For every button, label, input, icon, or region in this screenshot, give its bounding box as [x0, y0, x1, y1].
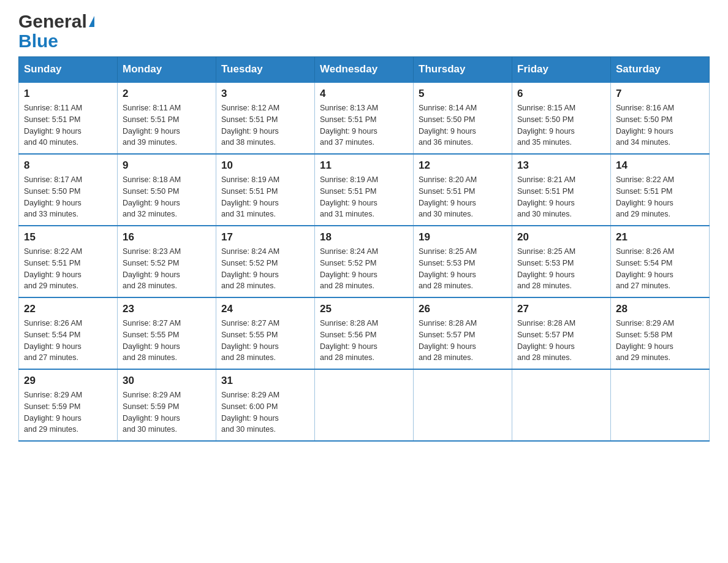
- calendar-week-row: 15 Sunrise: 8:22 AM Sunset: 5:51 PM Dayl…: [19, 226, 710, 297]
- day-info: Sunrise: 8:24 AM Sunset: 5:52 PM Dayligh…: [320, 246, 408, 292]
- table-row: [512, 369, 611, 441]
- table-row: 4 Sunrise: 8:13 AM Sunset: 5:51 PM Dayli…: [315, 82, 414, 154]
- day-number: 17: [221, 231, 309, 243]
- day-info: Sunrise: 8:11 AM Sunset: 5:51 PM Dayligh…: [123, 102, 211, 148]
- table-row: 1 Sunrise: 8:11 AM Sunset: 5:51 PM Dayli…: [19, 82, 118, 154]
- table-row: 26 Sunrise: 8:28 AM Sunset: 5:57 PM Dayl…: [414, 297, 512, 369]
- day-info: Sunrise: 8:27 AM Sunset: 5:55 PM Dayligh…: [221, 318, 309, 364]
- col-monday: Monday: [118, 57, 216, 83]
- day-number: 20: [517, 231, 605, 243]
- table-row: 17 Sunrise: 8:24 AM Sunset: 5:52 PM Dayl…: [216, 226, 315, 297]
- day-number: 7: [616, 88, 704, 100]
- col-friday: Friday: [512, 57, 611, 83]
- day-number: 9: [123, 159, 211, 172]
- day-info: Sunrise: 8:13 AM Sunset: 5:51 PM Dayligh…: [320, 102, 408, 148]
- day-info: Sunrise: 8:26 AM Sunset: 5:54 PM Dayligh…: [24, 318, 112, 364]
- day-info: Sunrise: 8:22 AM Sunset: 5:51 PM Dayligh…: [616, 174, 704, 220]
- day-info: Sunrise: 8:26 AM Sunset: 5:54 PM Dayligh…: [616, 246, 704, 292]
- day-info: Sunrise: 8:28 AM Sunset: 5:57 PM Dayligh…: [419, 318, 507, 364]
- logo-triangle-icon: [89, 16, 94, 27]
- day-number: 4: [320, 88, 408, 100]
- col-sunday: Sunday: [19, 57, 118, 83]
- table-row: 8 Sunrise: 8:17 AM Sunset: 5:50 PM Dayli…: [19, 154, 118, 226]
- col-thursday: Thursday: [414, 57, 512, 83]
- table-row: 24 Sunrise: 8:27 AM Sunset: 5:55 PM Dayl…: [216, 297, 315, 369]
- day-info: Sunrise: 8:22 AM Sunset: 5:51 PM Dayligh…: [24, 246, 112, 292]
- day-info: Sunrise: 8:28 AM Sunset: 5:57 PM Dayligh…: [517, 318, 605, 364]
- table-row: 3 Sunrise: 8:12 AM Sunset: 5:51 PM Dayli…: [216, 82, 315, 154]
- logo-general: General: [18, 12, 87, 31]
- day-number: 26: [419, 303, 507, 315]
- day-number: 11: [320, 159, 408, 172]
- day-number: 23: [123, 303, 211, 315]
- day-info: Sunrise: 8:19 AM Sunset: 5:51 PM Dayligh…: [221, 174, 309, 220]
- day-info: Sunrise: 8:21 AM Sunset: 5:51 PM Dayligh…: [517, 174, 605, 220]
- day-info: Sunrise: 8:29 AM Sunset: 5:59 PM Dayligh…: [123, 389, 211, 435]
- day-number: 14: [616, 159, 704, 172]
- page-header: General Blue: [18, 12, 710, 50]
- table-row: 15 Sunrise: 8:22 AM Sunset: 5:51 PM Dayl…: [19, 226, 118, 297]
- table-row: 30 Sunrise: 8:29 AM Sunset: 5:59 PM Dayl…: [118, 369, 216, 441]
- day-info: Sunrise: 8:12 AM Sunset: 5:51 PM Dayligh…: [221, 102, 309, 148]
- table-row: 2 Sunrise: 8:11 AM Sunset: 5:51 PM Dayli…: [118, 82, 216, 154]
- table-row: 9 Sunrise: 8:18 AM Sunset: 5:50 PM Dayli…: [118, 154, 216, 226]
- table-row: 14 Sunrise: 8:22 AM Sunset: 5:51 PM Dayl…: [611, 154, 710, 226]
- day-info: Sunrise: 8:19 AM Sunset: 5:51 PM Dayligh…: [320, 174, 408, 220]
- table-row: 31 Sunrise: 8:29 AM Sunset: 6:00 PM Dayl…: [216, 369, 315, 441]
- table-row: 11 Sunrise: 8:19 AM Sunset: 5:51 PM Dayl…: [315, 154, 414, 226]
- day-info: Sunrise: 8:29 AM Sunset: 6:00 PM Dayligh…: [221, 389, 309, 435]
- day-number: 19: [419, 231, 507, 243]
- day-number: 15: [24, 231, 112, 243]
- day-number: 16: [123, 231, 211, 243]
- calendar-week-row: 22 Sunrise: 8:26 AM Sunset: 5:54 PM Dayl…: [19, 297, 710, 369]
- table-row: [611, 369, 710, 441]
- day-number: 2: [123, 88, 211, 100]
- table-row: 23 Sunrise: 8:27 AM Sunset: 5:55 PM Dayl…: [118, 297, 216, 369]
- table-row: 7 Sunrise: 8:16 AM Sunset: 5:50 PM Dayli…: [611, 82, 710, 154]
- day-number: 5: [419, 88, 507, 100]
- table-row: 12 Sunrise: 8:20 AM Sunset: 5:51 PM Dayl…: [414, 154, 512, 226]
- day-info: Sunrise: 8:24 AM Sunset: 5:52 PM Dayligh…: [221, 246, 309, 292]
- day-number: 28: [616, 303, 704, 315]
- day-number: 27: [517, 303, 605, 315]
- day-number: 25: [320, 303, 408, 315]
- day-info: Sunrise: 8:29 AM Sunset: 5:58 PM Dayligh…: [616, 318, 704, 364]
- calendar-week-row: 29 Sunrise: 8:29 AM Sunset: 5:59 PM Dayl…: [19, 369, 710, 441]
- logo-blue: Blue: [18, 32, 58, 50]
- day-info: Sunrise: 8:29 AM Sunset: 5:59 PM Dayligh…: [24, 389, 112, 435]
- day-info: Sunrise: 8:20 AM Sunset: 5:51 PM Dayligh…: [419, 174, 507, 220]
- day-number: 6: [517, 88, 605, 100]
- day-info: Sunrise: 8:14 AM Sunset: 5:50 PM Dayligh…: [419, 102, 507, 148]
- calendar-week-row: 1 Sunrise: 8:11 AM Sunset: 5:51 PM Dayli…: [19, 82, 710, 154]
- table-row: 13 Sunrise: 8:21 AM Sunset: 5:51 PM Dayl…: [512, 154, 611, 226]
- day-info: Sunrise: 8:23 AM Sunset: 5:52 PM Dayligh…: [123, 246, 211, 292]
- day-info: Sunrise: 8:27 AM Sunset: 5:55 PM Dayligh…: [123, 318, 211, 364]
- table-row: 25 Sunrise: 8:28 AM Sunset: 5:56 PM Dayl…: [315, 297, 414, 369]
- day-number: 3: [221, 88, 309, 100]
- table-row: 27 Sunrise: 8:28 AM Sunset: 5:57 PM Dayl…: [512, 297, 611, 369]
- table-row: 5 Sunrise: 8:14 AM Sunset: 5:50 PM Dayli…: [414, 82, 512, 154]
- calendar-table: Sunday Monday Tuesday Wednesday Thursday…: [18, 56, 710, 442]
- calendar-week-row: 8 Sunrise: 8:17 AM Sunset: 5:50 PM Dayli…: [19, 154, 710, 226]
- day-number: 31: [221, 375, 309, 387]
- day-number: 30: [123, 375, 211, 387]
- col-wednesday: Wednesday: [315, 57, 414, 83]
- table-row: 21 Sunrise: 8:26 AM Sunset: 5:54 PM Dayl…: [611, 226, 710, 297]
- table-row: 22 Sunrise: 8:26 AM Sunset: 5:54 PM Dayl…: [19, 297, 118, 369]
- table-row: 10 Sunrise: 8:19 AM Sunset: 5:51 PM Dayl…: [216, 154, 315, 226]
- table-row: 28 Sunrise: 8:29 AM Sunset: 5:58 PM Dayl…: [611, 297, 710, 369]
- table-row: 20 Sunrise: 8:25 AM Sunset: 5:53 PM Dayl…: [512, 226, 611, 297]
- logo: General Blue: [18, 12, 94, 50]
- table-row: 6 Sunrise: 8:15 AM Sunset: 5:50 PM Dayli…: [512, 82, 611, 154]
- day-info: Sunrise: 8:17 AM Sunset: 5:50 PM Dayligh…: [24, 174, 112, 220]
- day-info: Sunrise: 8:28 AM Sunset: 5:56 PM Dayligh…: [320, 318, 408, 364]
- table-row: [414, 369, 512, 441]
- table-row: 18 Sunrise: 8:24 AM Sunset: 5:52 PM Dayl…: [315, 226, 414, 297]
- day-info: Sunrise: 8:18 AM Sunset: 5:50 PM Dayligh…: [123, 174, 211, 220]
- day-number: 29: [24, 375, 112, 387]
- day-info: Sunrise: 8:15 AM Sunset: 5:50 PM Dayligh…: [517, 102, 605, 148]
- day-number: 22: [24, 303, 112, 315]
- day-info: Sunrise: 8:11 AM Sunset: 5:51 PM Dayligh…: [24, 102, 112, 148]
- day-info: Sunrise: 8:25 AM Sunset: 5:53 PM Dayligh…: [517, 246, 605, 292]
- table-row: [315, 369, 414, 441]
